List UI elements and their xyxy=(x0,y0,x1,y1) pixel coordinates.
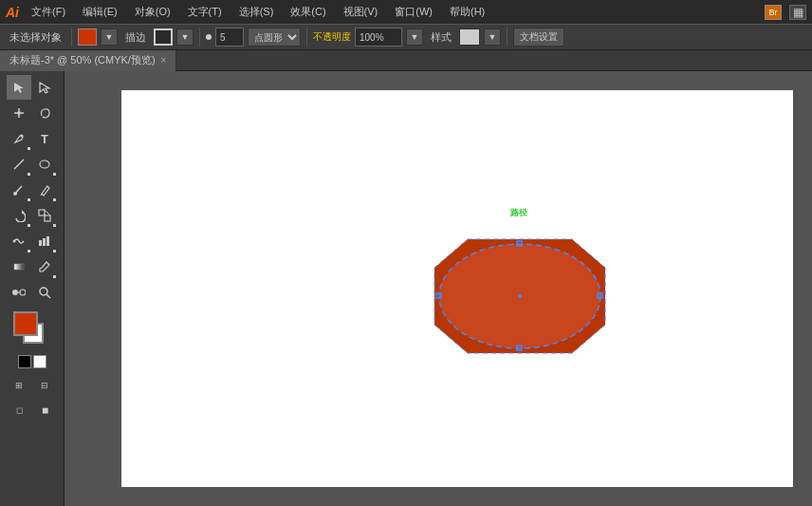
mini-swatches xyxy=(18,355,46,368)
svg-point-16 xyxy=(13,240,16,243)
fill-swatch[interactable] xyxy=(78,28,97,46)
tool-row-7 xyxy=(7,229,57,253)
sep3 xyxy=(306,28,307,47)
svg-line-11 xyxy=(41,194,42,196)
ellipse-tool[interactable] xyxy=(32,152,57,177)
line-tool[interactable] xyxy=(7,152,31,177)
opacity-options[interactable]: ▼ xyxy=(406,28,423,46)
fill-view-btn[interactable]: ◻ xyxy=(7,398,31,422)
style-swatch[interactable] xyxy=(459,28,480,46)
stroke-swatch[interactable] xyxy=(154,28,173,46)
shape-wrapper: 路径 xyxy=(415,220,624,372)
main-area: T xyxy=(0,71,812,506)
ai-logo: Ai xyxy=(6,5,19,20)
menu-view[interactable]: 视图(V) xyxy=(339,3,383,21)
svg-marker-12 xyxy=(22,210,25,213)
zoom-tool[interactable] xyxy=(32,280,57,305)
eyedropper-tool[interactable] xyxy=(32,254,57,279)
svg-rect-17 xyxy=(39,240,42,246)
canvas-area[interactable]: 路径 xyxy=(65,71,812,506)
status-label: 未选择对象 xyxy=(6,30,65,45)
stroke-options[interactable]: ▼ xyxy=(176,28,194,46)
svg-rect-14 xyxy=(45,216,50,221)
tab-close-button[interactable]: × xyxy=(161,55,167,66)
style-options[interactable]: ▼ xyxy=(484,28,501,46)
dot-icon xyxy=(206,34,212,40)
svg-line-8 xyxy=(14,159,24,169)
pen-tool[interactable] xyxy=(7,126,31,151)
svg-line-26 xyxy=(46,294,50,298)
brush-type-select[interactable]: 点圆形 xyxy=(248,28,301,47)
menu-file[interactable]: 文件(F) xyxy=(27,3,70,21)
svg-marker-1 xyxy=(40,83,49,93)
svg-marker-0 xyxy=(14,83,24,93)
left-toolbar: T xyxy=(0,71,65,506)
foreground-swatch[interactable] xyxy=(13,311,38,336)
menu-window[interactable]: 窗口(W) xyxy=(390,3,437,21)
black-swatch[interactable] xyxy=(18,355,31,368)
text-tool[interactable]: T xyxy=(32,126,57,151)
canvas-paper: 路径 xyxy=(121,90,793,487)
sep2 xyxy=(199,28,200,47)
toolbar: 未选择对象 ▼ 描边 ▼ 点圆形 不透明度 ▼ 样式 ▼ 文档设置 xyxy=(0,24,812,50)
direct-select-tool[interactable] xyxy=(32,75,57,100)
svg-rect-13 xyxy=(39,210,45,216)
bridge-button[interactable]: Br xyxy=(765,5,782,20)
svg-line-15 xyxy=(45,210,50,216)
svg-point-6 xyxy=(17,111,21,115)
workspace-button[interactable]: ▦ xyxy=(789,5,806,20)
style-label: 样式 xyxy=(427,30,455,45)
menu-text[interactable]: 文字(T) xyxy=(183,3,227,21)
opacity-input[interactable] xyxy=(355,28,402,47)
menu-object[interactable]: 对象(O) xyxy=(130,3,175,21)
fill-options[interactable]: ▼ xyxy=(101,28,118,46)
main-shape xyxy=(415,220,624,372)
tool-row-bottom2: ◻ ◼ xyxy=(7,398,57,422)
tool-row-4 xyxy=(7,152,57,177)
sep4 xyxy=(507,28,508,47)
tool-row-1 xyxy=(7,75,57,100)
opacity-label: 不透明度 xyxy=(313,30,351,44)
tabs-bar: 未标题-3* @ 50% (CMYK/预览) × xyxy=(0,50,812,71)
blend-tool[interactable] xyxy=(7,280,31,305)
menu-effect[interactable]: 效果(C) xyxy=(286,3,330,21)
magic-wand-tool[interactable] xyxy=(7,101,31,125)
lasso-tool[interactable] xyxy=(32,101,57,125)
svg-point-22 xyxy=(12,290,18,295)
select-tool[interactable] xyxy=(7,75,31,100)
extra-tools: ⊞ ⊟ ◻ ◼ xyxy=(7,373,57,422)
svg-rect-18 xyxy=(43,238,46,246)
tool-row-9 xyxy=(7,280,57,305)
svg-rect-20 xyxy=(14,264,24,270)
tool-row-3: T xyxy=(7,126,57,151)
anchor-label: 路径 xyxy=(510,207,527,219)
tool-row-bottom1: ⊞ ⊟ xyxy=(7,373,57,398)
tool-row-2 xyxy=(7,101,57,125)
svg-point-29 xyxy=(518,294,522,298)
doc-settings-button[interactable]: 文档设置 xyxy=(513,28,564,47)
tool-row-5 xyxy=(7,178,57,202)
scale-tool[interactable] xyxy=(32,203,57,228)
brush-tool[interactable] xyxy=(7,178,31,202)
outline-view-btn[interactable]: ◼ xyxy=(32,398,57,422)
tool-row-6 xyxy=(7,203,57,228)
symbol-tool[interactable]: ⊞ xyxy=(7,373,31,398)
pencil-tool[interactable] xyxy=(32,178,57,202)
svg-point-7 xyxy=(21,135,24,138)
color-swatches xyxy=(13,311,51,368)
graph-tool[interactable] xyxy=(32,229,57,253)
doc-tab[interactable]: 未标题-3* @ 50% (CMYK/预览) × xyxy=(0,50,176,71)
sep1 xyxy=(71,28,72,47)
menu-help[interactable]: 帮助(H) xyxy=(445,3,489,21)
gradient-tool[interactable] xyxy=(7,254,31,279)
rotate-tool[interactable] xyxy=(7,203,31,228)
slice-tool[interactable]: ⊟ xyxy=(32,373,57,398)
warp-tool[interactable] xyxy=(7,229,31,253)
artwork-container: 路径 xyxy=(415,220,624,372)
svg-point-10 xyxy=(13,192,17,196)
brush-size-input[interactable] xyxy=(215,28,244,47)
menu-edit[interactable]: 编辑(E) xyxy=(78,3,122,21)
menu-select[interactable]: 选择(S) xyxy=(234,3,279,21)
tab-title: 未标题-3* @ 50% (CMYK/预览) xyxy=(9,53,156,67)
white-swatch[interactable] xyxy=(33,355,46,368)
